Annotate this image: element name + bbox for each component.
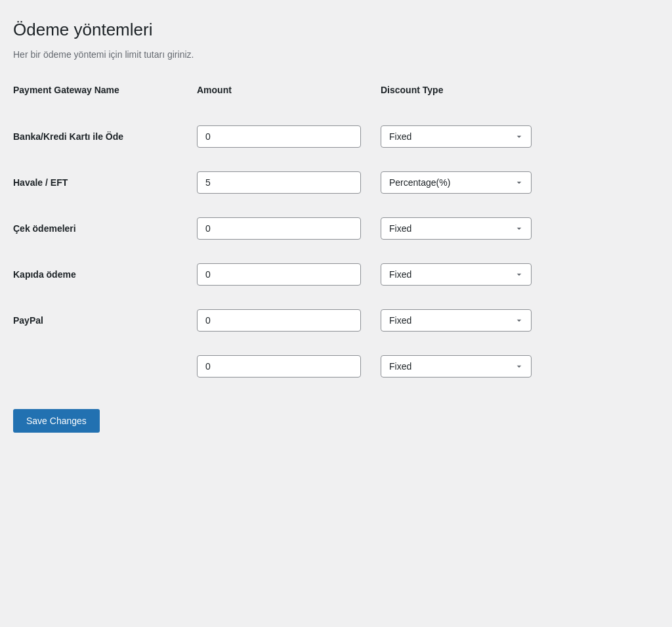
discount-select-kapida[interactable]: FixedPercentage(%) [381,263,532,286]
gateway-name-cek: Çek ödemeleri [13,223,197,234]
gateway-name-banka: Banka/Kredi Kartı ile Öde [13,131,197,142]
table-row: Banka/Kredi Kartı ile ÖdeFixedPercentage… [13,114,656,160]
table-header: Payment Gateway Name Amount Discount Typ… [13,79,656,107]
gateway-name-kapida: Kapıda ödeme [13,269,197,280]
gateway-name-paypal: PayPal [13,315,197,326]
amount-cell-paypal [197,309,381,332]
discount-cell-cek: FixedPercentage(%) [381,217,656,240]
discount-cell-havale: FixedPercentage(%) [381,171,656,194]
col-header-discount: Discount Type [381,79,656,100]
discount-cell-empty: FixedPercentage(%) [381,355,656,378]
save-button[interactable]: Save Changes [13,409,100,433]
amount-cell-empty [197,355,381,378]
discount-cell-kapida: FixedPercentage(%) [381,263,656,286]
col-header-gateway: Payment Gateway Name [13,79,197,100]
page-container: Ödeme yöntemleri Her bir ödeme yöntemi i… [13,20,656,433]
discount-select-cek[interactable]: FixedPercentage(%) [381,217,532,240]
discount-cell-paypal: FixedPercentage(%) [381,309,656,332]
discount-select-banka[interactable]: FixedPercentage(%) [381,125,532,148]
amount-cell-havale [197,171,381,194]
gateway-name-havale: Havale / EFT [13,177,197,188]
amount-input-empty[interactable] [197,355,361,378]
amount-cell-banka [197,125,381,148]
page-description: Her bir ödeme yöntemi için limit tutarı … [13,49,656,60]
table-row: Kapıda ödemeFixedPercentage(%) [13,251,656,297]
discount-select-empty[interactable]: FixedPercentage(%) [381,355,532,378]
amount-input-banka[interactable] [197,125,361,148]
amount-input-cek[interactable] [197,217,361,240]
col-header-amount: Amount [197,79,381,100]
amount-input-paypal[interactable] [197,309,361,332]
amount-input-havale[interactable] [197,171,361,194]
table-rows-container: Banka/Kredi Kartı ile ÖdeFixedPercentage… [13,114,656,389]
discount-cell-banka: FixedPercentage(%) [381,125,656,148]
table-row: Çek ödemeleriFixedPercentage(%) [13,205,656,251]
discount-select-havale[interactable]: FixedPercentage(%) [381,171,532,194]
discount-select-paypal[interactable]: FixedPercentage(%) [381,309,532,332]
table-row: FixedPercentage(%) [13,343,656,389]
page-title: Ödeme yöntemleri [13,20,656,40]
table-row: PayPalFixedPercentage(%) [13,297,656,343]
amount-cell-cek [197,217,381,240]
amount-input-kapida[interactable] [197,263,361,286]
amount-cell-kapida [197,263,381,286]
table-row: Havale / EFTFixedPercentage(%) [13,160,656,205]
